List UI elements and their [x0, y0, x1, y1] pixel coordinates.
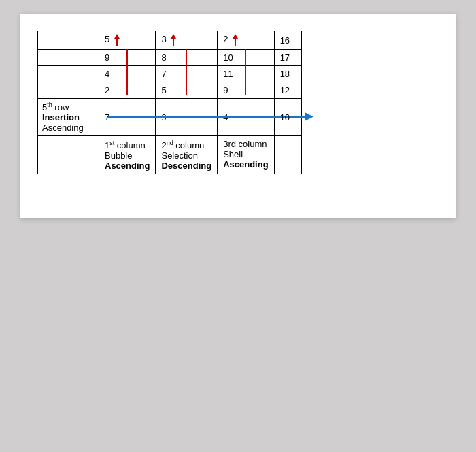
col3-value: 2 — [223, 34, 231, 44]
page-container: 5 3 2 — [20, 14, 456, 218]
col3-label: 3rd column Shell Ascending — [218, 136, 274, 174]
col2-value: 3 — [161, 34, 169, 44]
ascending-label: Ascending — [42, 123, 84, 133]
table-wrapper: 5 3 2 — [37, 31, 302, 174]
row4-col4: 12 — [274, 82, 301, 99]
col4-header: 16 — [274, 31, 301, 50]
sorting-table: 5 3 2 — [37, 31, 302, 174]
table-row: 5 3 2 — [38, 31, 302, 50]
col1-ascending: Ascending — [105, 161, 150, 171]
table-row: 4 7 11 18 — [38, 66, 302, 82]
blue-arrow-head — [305, 113, 313, 121]
row2-col4: 17 — [274, 50, 301, 66]
red-line-1 — [126, 49, 128, 95]
fifth-row: 5th row Insertion Ascending 7 9 4 10 — [38, 99, 302, 136]
th-superscript: th — [47, 101, 52, 108]
insertion-label: Insertion — [42, 112, 80, 123]
red-line-2 — [186, 49, 187, 95]
col2-label-text: 2nd column — [161, 140, 204, 150]
blue-arrow-line — [108, 116, 308, 118]
svg-marker-1 — [114, 34, 120, 39]
col4-label — [274, 136, 301, 174]
col1-label: 1st column Bubble Ascending — [99, 136, 156, 174]
fifth-row-label: 5th row Insertion Ascending — [38, 99, 99, 136]
empty-cell — [38, 31, 99, 50]
column-labels-row: 1st column Bubble Ascending 2nd column S… — [38, 136, 302, 174]
col2-selection: Selection — [161, 150, 197, 161]
col1-header: 5 — [99, 31, 156, 50]
col2-label: 2nd column Selection Descending — [156, 136, 218, 174]
st-sup: st — [109, 139, 114, 146]
col3-ascending: Ascending — [223, 159, 268, 170]
col4-value: 16 — [280, 35, 290, 46]
col3-shell: Shell — [223, 149, 243, 159]
fifth-col4: 10 — [274, 99, 301, 136]
col2-header: 3 — [156, 31, 218, 50]
row3-col4: 18 — [274, 66, 301, 82]
svg-marker-5 — [233, 34, 238, 39]
row3-label — [38, 66, 99, 82]
labels-empty — [38, 136, 99, 174]
table-row: 2 5 9 12 — [38, 82, 302, 99]
col1-bubble: Bubble — [105, 150, 132, 161]
svg-marker-3 — [171, 34, 176, 39]
row2-label — [38, 50, 99, 66]
fifth-number: 5th row — [42, 102, 69, 112]
up-arrow-1 — [112, 34, 122, 46]
fifth-col4-value: 10 — [280, 112, 290, 123]
col2-descending: Descending — [161, 161, 211, 171]
red-line-3 — [245, 49, 246, 95]
col3-header: 2 — [218, 31, 274, 50]
col1-label-text: 1st column — [105, 140, 146, 150]
up-arrow-3 — [231, 34, 240, 46]
up-arrow-2 — [169, 34, 178, 46]
table-row: 9 8 10 17 — [38, 50, 302, 66]
col1-value: 5 — [105, 34, 112, 44]
row4-label — [38, 82, 99, 99]
nd-sup: nd — [167, 139, 173, 146]
col3-label-text: 3rd column — [223, 139, 267, 149]
